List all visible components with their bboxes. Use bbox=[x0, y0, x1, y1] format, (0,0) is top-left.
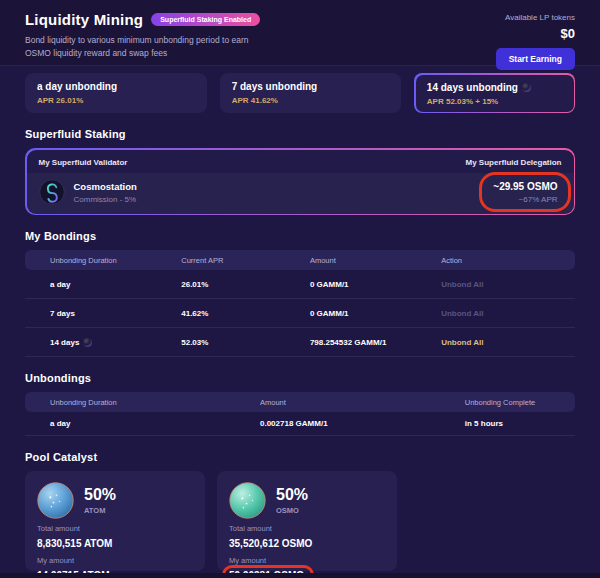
bonding-duration: a day bbox=[50, 280, 181, 289]
unbonding-complete: in 5 hours bbox=[465, 419, 575, 428]
bonding-apr: 52.03% bbox=[181, 338, 310, 347]
cosmostation-logo-icon bbox=[39, 179, 65, 205]
pool-token-name: OSMO bbox=[276, 506, 308, 515]
my-bondings-header-row: Unbonding Duration Current APR Amount Ac… bbox=[25, 250, 575, 270]
available-lp-value: $0 bbox=[496, 26, 575, 41]
validator-commission: Commission - 5% bbox=[74, 195, 137, 204]
my-bondings-table: Unbonding Duration Current APR Amount Ac… bbox=[25, 250, 575, 357]
bonding-amount: 798.254532 GAMM/1 bbox=[310, 338, 441, 347]
bottom-edge bbox=[0, 573, 600, 578]
osmo-token-icon bbox=[229, 482, 266, 519]
delegation-amount: ~29.95 OSMO bbox=[493, 181, 557, 192]
total-amount-label: Total amount bbox=[229, 524, 385, 533]
my-amount-label: My amount bbox=[37, 556, 193, 565]
description-line-1: Bond liquidity to various minimum unbond… bbox=[25, 35, 249, 45]
unbond-all-button[interactable]: Unbond All bbox=[441, 280, 575, 289]
col-unbonding-complete: Unbonding Complete bbox=[465, 398, 575, 407]
unbondings-section-title: Unbondings bbox=[25, 372, 575, 384]
superfluid-section-title: Superfluid Staking bbox=[25, 128, 575, 140]
pool-card-atom: 50% ATOM Total amount 8,830,515 ATOM My … bbox=[25, 471, 205, 571]
unbonding-card-apr: APR 41.62% bbox=[232, 96, 390, 105]
atom-token-icon bbox=[37, 482, 74, 519]
unbonding-row-a-day: a day 0.002718 GAMM/1 in 5 hours bbox=[25, 412, 575, 436]
description-line-2: OSMO liquidity reward and swap fees bbox=[25, 48, 167, 58]
total-amount-value: 35,520,612 OSMO bbox=[229, 538, 312, 549]
header-right: Available LP tokens $0 Start Earning bbox=[496, 11, 575, 65]
unbond-all-button[interactable]: Unbond All bbox=[441, 338, 575, 347]
header: Liquidity Mining Superfluid Staking Enab… bbox=[0, 0, 600, 66]
my-bondings-section-title: My Bondings bbox=[25, 230, 575, 242]
unbonding-amount: 0.002718 GAMM/1 bbox=[260, 419, 465, 428]
unbonding-card-7-days[interactable]: 7 days unbonding APR 41.62% bbox=[220, 73, 402, 113]
validator-name: Cosmostation bbox=[74, 181, 137, 192]
bonding-row-7-days: 7 days 41.62% 0 GAMM/1 Unbond All bbox=[25, 299, 575, 328]
start-earning-button[interactable]: Start Earning bbox=[496, 48, 575, 70]
total-amount-label: Total amount bbox=[37, 524, 193, 533]
unbonding-card-title: 7 days unbonding bbox=[232, 81, 390, 92]
pool-share-percent: 50% bbox=[276, 487, 308, 503]
pool-share-percent: 50% bbox=[84, 487, 116, 503]
validator-row[interactable]: Cosmostation Commission - 5% ~29.95 OSMO… bbox=[27, 173, 574, 214]
superfluid-enabled-badge: Superfluid Staking Enabled bbox=[151, 13, 260, 26]
unbonding-options-row: a day unbonding APR 26.01% 7 days unbond… bbox=[25, 73, 575, 113]
delegation-summary: ~29.95 OSMO ~67% APR bbox=[489, 179, 561, 206]
bonding-amount: 0 GAMM/1 bbox=[310, 309, 441, 318]
unbonding-card-apr: APR 52.03% + 15% bbox=[427, 97, 563, 106]
unbond-all-button[interactable]: Unbond All bbox=[441, 309, 575, 318]
bonding-row-a-day: a day 26.01% 0 GAMM/1 Unbond All bbox=[25, 270, 575, 299]
superfluid-validator-header: My Superfluid Validator bbox=[39, 158, 128, 167]
col-amount: Amount bbox=[260, 398, 465, 407]
my-amount-label: My amount bbox=[229, 556, 385, 565]
total-amount-value: 8,830,515 ATOM bbox=[37, 538, 112, 549]
page-description: Bond liquidity to various minimum unbond… bbox=[25, 34, 260, 60]
bonding-duration: 14 days bbox=[50, 338, 79, 347]
unbonding-card-apr: APR 26.01% bbox=[37, 96, 195, 105]
annotation-oval-delegation bbox=[479, 172, 570, 212]
pool-card-osmo: 50% OSMO Total amount 35,520,612 OSMO My… bbox=[217, 471, 397, 571]
col-current-apr: Current APR bbox=[181, 256, 310, 265]
unbonding-duration: a day bbox=[50, 419, 260, 428]
bonding-duration: 7 days bbox=[50, 309, 181, 318]
unbonding-card-14-days[interactable]: 14 days unbonding APR 52.03% + 15% bbox=[414, 73, 575, 113]
page-title: Liquidity Mining bbox=[25, 11, 143, 28]
superfluid-orb-icon bbox=[522, 83, 531, 92]
bonding-row-14-days: 14 days 52.03% 798.254532 GAMM/1 Unbond … bbox=[25, 328, 575, 357]
col-amount: Amount bbox=[310, 256, 441, 265]
available-lp-label: Available LP tokens bbox=[496, 13, 575, 22]
col-unbonding-duration: Unbonding Duration bbox=[50, 398, 260, 407]
superfluid-card: My Superfluid Validator My Superfluid De… bbox=[25, 148, 575, 215]
delegation-apr: ~67% APR bbox=[493, 195, 557, 204]
bonding-apr: 41.62% bbox=[181, 309, 310, 318]
liquidity-mining-panel: Liquidity Mining Superfluid Staking Enab… bbox=[0, 0, 600, 578]
unbonding-card-a-day[interactable]: a day unbonding APR 26.01% bbox=[25, 73, 207, 113]
header-left: Liquidity Mining Superfluid Staking Enab… bbox=[25, 11, 260, 65]
unbonding-card-title: 14 days unbonding bbox=[427, 82, 518, 93]
bonding-apr: 26.01% bbox=[181, 280, 310, 289]
superfluid-delegation-header: My Superfluid Delegation bbox=[465, 158, 561, 167]
bonding-amount: 0 GAMM/1 bbox=[310, 280, 441, 289]
pool-catalyst-section-title: Pool Catalyst bbox=[25, 451, 575, 463]
superfluid-orb-icon bbox=[83, 338, 92, 347]
pool-catalyst-row: 50% ATOM Total amount 8,830,515 ATOM My … bbox=[25, 471, 575, 571]
unbonding-card-title: a day unbonding bbox=[37, 81, 195, 92]
col-unbonding-duration: Unbonding Duration bbox=[50, 256, 181, 265]
pool-token-name: ATOM bbox=[84, 506, 116, 515]
unbondings-table: Unbonding Duration Amount Unbonding Comp… bbox=[25, 392, 575, 436]
col-action: Action bbox=[441, 256, 575, 265]
unbondings-header-row: Unbonding Duration Amount Unbonding Comp… bbox=[25, 392, 575, 412]
